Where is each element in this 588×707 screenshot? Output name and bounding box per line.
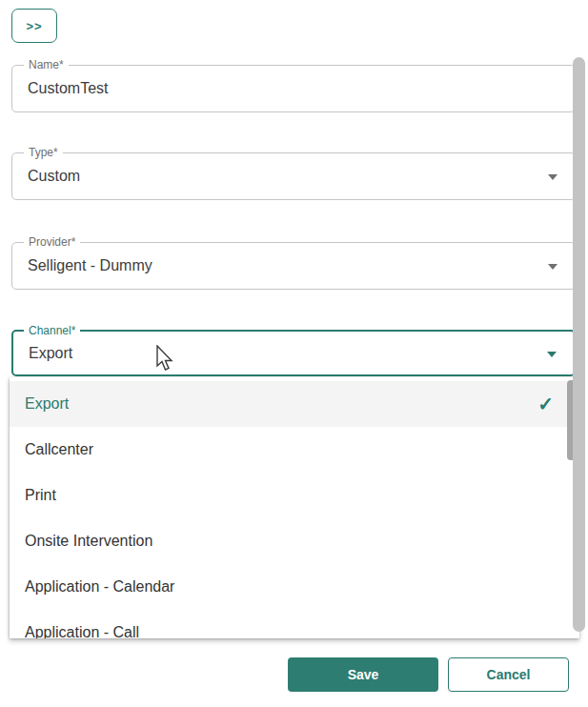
menu-item-application-call[interactable]: Application - Call [10,610,579,638]
menu-item-application-calendar[interactable]: Application - Calendar [10,564,579,610]
menu-item-callcenter[interactable]: Callcenter [10,427,579,473]
chevron-down-icon [548,264,558,270]
provider-select-label: Provider* [24,235,80,250]
checkmark-icon: ✓ [537,394,554,414]
type-select-label: Type* [24,146,63,160]
provider-select-value: Selligent - Dummy [28,257,152,274]
menu-item-label: Callcenter [25,441,93,458]
menu-item-label: Print [25,487,56,504]
menu-item-label: Application - Calendar [25,578,174,596]
provider-select[interactable]: Provider* Selligent - Dummy [11,242,576,290]
channel-select[interactable]: Channel* Export [11,330,576,376]
menu-item-onsite-intervention[interactable]: Onsite Intervention [10,518,579,564]
channel-select-label: Channel* [24,324,80,338]
name-field[interactable]: Name* CustomTest [11,65,576,112]
expand-panel-button[interactable]: >> [11,9,57,43]
chevron-down-icon [548,174,558,180]
save-button[interactable]: Save [288,657,438,692]
cancel-button[interactable]: Cancel [448,657,569,692]
page-scrollbar[interactable] [573,57,585,632]
menu-item-export[interactable]: Export ✓ [10,381,579,427]
channel-select-value: Export [29,345,72,362]
channel-dropdown-menu: Export ✓ Callcenter Print Onsite Interve… [10,377,579,638]
create-channel-dialog: >> Name* CustomTest Type* Custom Provide… [0,0,588,707]
menu-item-print[interactable]: Print [10,473,579,518]
menu-item-label: Application - Call [25,624,139,638]
type-select-value: Custom [28,168,80,185]
menu-item-label: Onsite Intervention [25,533,152,550]
menu-item-label: Export [25,395,69,413]
chevron-down-icon [547,352,557,357]
name-field-value: CustomTest [28,80,108,97]
name-field-label: Name* [24,58,69,72]
type-select[interactable]: Type* Custom [11,152,576,200]
